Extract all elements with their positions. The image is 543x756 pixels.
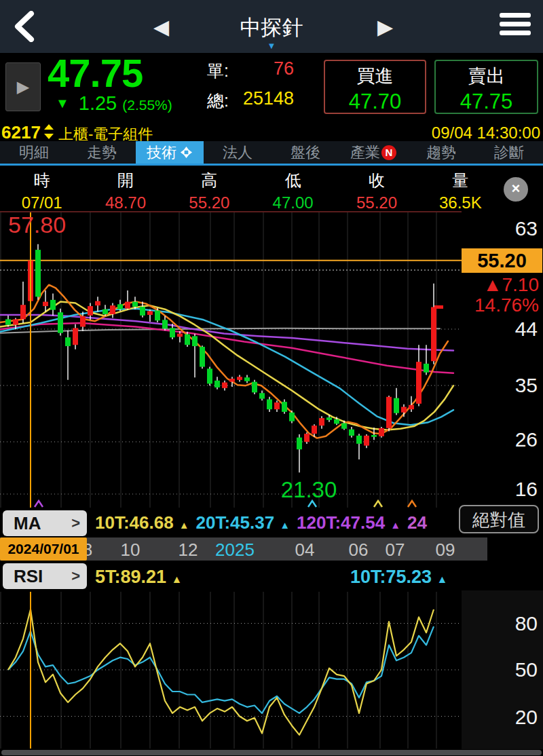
tab-label: 盤後: [291, 143, 320, 163]
rsi-legend-item: 5T:89.21 ▲: [95, 563, 182, 593]
page-title: 中探針: [0, 14, 543, 42]
crosshair-price-badge: 55.20: [462, 248, 542, 273]
tab-明細[interactable]: 明細: [0, 141, 68, 164]
ma-button-label: MA: [14, 513, 41, 534]
close-icon[interactable]: ×: [504, 177, 528, 202]
ma-legend-item: 120T:47.54: [297, 512, 385, 533]
ma-legend-item: 24: [407, 512, 427, 533]
rsi-tick-label: 50: [515, 658, 538, 681]
ohlc-header: 量: [419, 170, 502, 191]
tab-盤後[interactable]: 盤後: [272, 141, 339, 164]
news-badge: N: [381, 145, 396, 160]
ohlc-header: 高: [168, 170, 251, 191]
sell-label: 賣出: [436, 64, 537, 88]
candlestick-plot[interactable]: [0, 210, 462, 509]
rsi-axis: 805020: [462, 590, 543, 750]
change-percent: (2.55%): [122, 97, 172, 113]
date-tick: 12: [179, 540, 198, 561]
rsi-plot[interactable]: [0, 590, 462, 750]
last-price: 47.75: [48, 50, 143, 96]
date-tick: 06: [349, 540, 369, 561]
up-arrow-icon: ▲: [172, 573, 183, 585]
total-label: 總:: [207, 90, 229, 112]
tab-產業[interactable]: 產業N: [339, 141, 407, 164]
tab-走勢[interactable]: 走勢: [68, 141, 136, 164]
tab-技術[interactable]: 技術: [136, 141, 204, 164]
ohlc-columns: 時07/01開48.70高55.20低47.00收55.20量36.5K: [0, 168, 502, 210]
period-low-label: 21.30: [261, 477, 356, 503]
bottom-scrollbar[interactable]: [0, 749, 543, 756]
buy-label: 買進: [325, 64, 425, 88]
rsi-tick-label: 20: [515, 706, 538, 729]
absolute-value-button[interactable]: 絕對值: [459, 505, 539, 533]
date-tick: 10: [121, 540, 141, 561]
ohlc-header: 收: [335, 170, 418, 191]
up-arrow-icon: ▲: [437, 573, 448, 585]
change-value: 1.25: [79, 92, 117, 114]
stock-app: ◀ 中探針 ▶ ▼ ▶ 47.75 ▼1.25(2.55%) 單: 76 總: …: [0, 0, 543, 756]
buy-price: 47.70: [325, 90, 425, 114]
ma-legend-item: 20T:45.37: [196, 512, 275, 533]
ohlc-value: 47.00: [251, 193, 335, 212]
ohlc-col-低: 低47.00: [251, 168, 335, 210]
tab-label: 趨勢: [426, 143, 456, 163]
price-change: ▼1.25(2.55%): [56, 92, 172, 115]
ma-legend-item: 10T:46.68: [95, 512, 174, 533]
date-axis[interactable]: 81012202504060709 2024/07/01: [0, 536, 543, 562]
ohlc-value: 07/01: [0, 193, 83, 212]
title-caret-icon[interactable]: ▼: [0, 41, 543, 51]
stock-info-row: 6217 上櫃-電子組件 09/04 14:30:00: [0, 122, 543, 141]
total-volume: 25148: [236, 88, 294, 109]
ohlc-header: 時: [0, 170, 83, 191]
next-stock-icon[interactable]: ▶: [377, 15, 393, 39]
unit-volume: 76: [241, 58, 294, 79]
chevron-right-icon: >: [71, 567, 80, 585]
header-bar: ◀ 中探針 ▶ ▼: [0, 0, 543, 53]
play-button[interactable]: ▶: [5, 62, 41, 111]
price-tick-label: 35: [515, 374, 538, 397]
rsi-chart[interactable]: 805020: [0, 590, 543, 750]
date-tick: 2025: [215, 540, 255, 561]
ohlc-header: 低: [251, 170, 335, 191]
rsi-settings-button[interactable]: RSI >: [3, 563, 87, 589]
rsi-legend-bar: RSI > 5T:89.21 ▲10T:75.23 ▲: [0, 562, 543, 590]
date-tick: 04: [295, 540, 315, 561]
tab-label: 技術: [147, 143, 176, 163]
ma-legend: 10T:46.68▲20T:45.37▲120T:47.54▲24: [95, 509, 457, 536]
tab-趨勢[interactable]: 趨勢: [407, 141, 475, 164]
ohlc-value: 48.70: [83, 193, 167, 212]
ohlc-col-高: 高55.20: [168, 168, 251, 210]
scrollbar-thumb[interactable]: [1, 750, 542, 755]
ohlc-bar: 時07/01開48.70高55.20低47.00收55.20量36.5K ×: [0, 168, 543, 210]
crosshair-change-pct: 14.76%: [474, 295, 539, 316]
crosshair-date-badge: 2024/07/01: [0, 537, 87, 561]
rsi-tick-label: 80: [515, 612, 538, 635]
price-tick-label: 26: [515, 428, 538, 451]
ohlc-col-時: 時07/01: [0, 168, 83, 210]
tab-label: 明細: [19, 143, 49, 163]
ma-settings-button[interactable]: MA >: [3, 510, 87, 536]
price-axis: 634435261655.20▲7.1014.76%: [462, 210, 543, 509]
stock-code: 6217: [1, 122, 41, 143]
sell-button[interactable]: 賣出 47.75: [434, 60, 538, 114]
ma-legend-bar: MA > 10T:46.68▲20T:45.37▲120T:47.54▲24 絕…: [0, 509, 543, 536]
expand-icon: [180, 146, 193, 159]
date-tick: 09: [436, 540, 455, 561]
ohlc-value: 55.20: [335, 193, 418, 212]
up-arrow-icon: ▲: [280, 519, 290, 531]
unit-label: 單:: [207, 60, 229, 82]
updown-arrows-icon: [43, 124, 54, 139]
tab-法人[interactable]: 法人: [204, 141, 272, 164]
ohlc-col-開: 開48.70: [83, 168, 167, 210]
up-arrow-icon: ▲: [390, 519, 400, 531]
menu-icon[interactable]: [500, 13, 531, 39]
candlestick-chart[interactable]: 634435261655.20▲7.1014.76% 57.80 21.30: [0, 210, 543, 509]
ohlc-header: 開: [83, 170, 167, 191]
tab-診斷[interactable]: 診斷: [475, 141, 543, 164]
price-tick-label: 44: [515, 318, 538, 341]
up-arrow-icon: ▲: [179, 519, 189, 531]
tab-label: 走勢: [87, 143, 117, 163]
ohlc-col-量: 量36.5K: [419, 168, 502, 210]
buy-button[interactable]: 買進 47.70: [324, 60, 426, 114]
date-tick: 07: [386, 540, 405, 561]
